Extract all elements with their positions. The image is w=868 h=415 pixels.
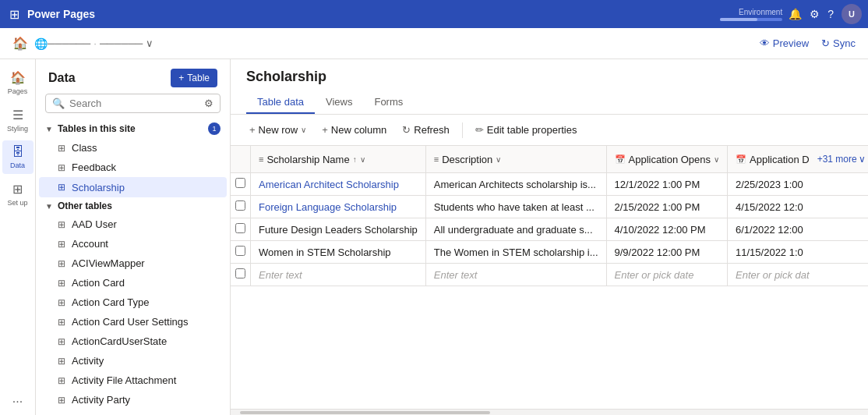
sidebar-item-class[interactable]: ⊞ Class <box>39 138 227 158</box>
description-col-label: Description <box>442 154 492 165</box>
edit-table-button[interactable]: ✏ Edit table properties <box>469 121 584 139</box>
row3-scholarship-name: Future Design Leaders Scholarship <box>251 218 426 241</box>
notifications-icon[interactable]: 🔔 <box>789 8 802 20</box>
more-cols-label: +31 more <box>817 154 857 165</box>
row4-scholarship-name-text: Women in STEM Scholarship <box>259 247 391 258</box>
rail-more-icon[interactable]: ··· <box>12 395 23 409</box>
more-columns-button[interactable]: +31 more ∨ <box>813 151 868 168</box>
sidebar-item-activity[interactable]: ⊞ Activity <box>39 351 227 371</box>
breadcrumb-sep: · <box>94 37 97 49</box>
new-row-label: New row <box>259 124 298 136</box>
th-scholarship-name[interactable]: ≡ Scholarship Name ↑ ∨ <box>251 146 426 173</box>
scholarship-name-filter-icon[interactable]: ∨ <box>360 155 365 164</box>
rail-item-data[interactable]: 🗄 Data <box>2 140 34 174</box>
breadcrumb-item1[interactable]: ────── <box>48 37 90 49</box>
breadcrumb-dropdown-icon[interactable]: ∨ <box>146 37 153 49</box>
sync-button[interactable]: ↻ Sync <box>821 37 856 49</box>
globe-icon[interactable]: 🌐 <box>34 37 48 50</box>
enter-text-scholarship: Enter text <box>259 269 302 281</box>
sidebar-item-scholarship[interactable]: ⊞ Scholarship ··· <box>39 177 227 197</box>
env-progress-bar <box>720 18 782 21</box>
icon-rail: 🏠 Pages ☰ Styling 🗄 Data ⊞ Set up ··· <box>0 59 36 415</box>
more-cols-chevron: ∨ <box>859 154 866 165</box>
styling-icon: ☰ <box>12 108 23 122</box>
empty-row-text2[interactable]: Enter text <box>425 264 606 286</box>
setup-icon: ⊞ <box>12 182 23 197</box>
rail-item-pages[interactable]: 🏠 Pages <box>2 66 34 100</box>
action-card-user-settings-icon: ⊞ <box>58 317 65 328</box>
row1-scholarship-name-link[interactable]: American Architect Scholarship <box>259 179 399 190</box>
row4-checkbox[interactable] <box>235 246 245 256</box>
row1-checkbox[interactable] <box>235 178 245 188</box>
search-input[interactable] <box>69 98 199 109</box>
waffle-icon[interactable]: ⊞ <box>6 4 23 25</box>
enter-date-opens: Enter or pick date <box>615 269 694 281</box>
add-table-button[interactable]: + Table <box>171 69 217 87</box>
scholarship-table-icon: ⊞ <box>58 182 65 193</box>
env-label: Environment <box>739 8 782 16</box>
home-icon[interactable]: 🏠 <box>12 36 28 51</box>
avatar[interactable]: U <box>842 4 862 24</box>
row1-checkbox-cell[interactable] <box>231 173 251 196</box>
new-row-button[interactable]: + New row ∨ <box>243 121 312 139</box>
tables-in-site-badge: 1 <box>208 122 221 135</box>
description-filter-icon[interactable]: ∨ <box>496 155 501 164</box>
refresh-label: Refresh <box>414 124 450 136</box>
sidebar-item-action-card-user-settings[interactable]: ⊞ Action Card User Settings <box>39 312 227 332</box>
row1-description: American Architects scholarship is... <box>425 173 606 196</box>
th-application-d[interactable]: 📅 Application D +31 more ∨ + <box>728 146 868 173</box>
other-tables-header[interactable]: ▼ Other tables <box>36 197 230 215</box>
sidebar-item-activity-party[interactable]: ⊞ Activity Party <box>39 390 227 410</box>
th-application-opens[interactable]: 📅 Application Opens ∨ <box>606 146 728 173</box>
other-tables-title: Other tables <box>58 200 112 211</box>
empty-row-text1[interactable]: Enter text <box>251 264 426 286</box>
rail-item-setup[interactable]: ⊞ Set up <box>2 177 34 211</box>
horizontal-scrollbar[interactable] <box>231 409 868 415</box>
tables-in-site-header[interactable]: ▼ Tables in this site 1 <box>36 119 230 138</box>
application-opens-filter-icon[interactable]: ∨ <box>714 155 719 164</box>
new-column-button[interactable]: + New column <box>316 121 393 139</box>
enter-date-d: Enter or pick dat <box>736 269 810 281</box>
row4-application-d: 11/15/2022 1:0 <box>728 241 868 264</box>
preview-button[interactable]: 👁 Preview <box>760 37 809 49</box>
row2-checkbox[interactable] <box>235 200 245 211</box>
edit-table-icon: ✏ <box>475 124 484 136</box>
sidebar-item-feedback[interactable]: ⊞ Feedback <box>39 158 227 177</box>
sidebar-item-actioncarduserstate[interactable]: ⊞ ActionCardUserState <box>39 332 227 351</box>
tab-forms[interactable]: Forms <box>363 91 414 114</box>
row2-scholarship-name-link[interactable]: Foreign Language Scholarship <box>259 201 397 213</box>
empty-row-checkbox[interactable] <box>235 268 245 278</box>
tab-table-data[interactable]: Table data <box>246 91 315 114</box>
refresh-button[interactable]: ↻ Refresh <box>396 121 456 139</box>
sidebar-item-activity-file-attachment[interactable]: ⊞ Activity File Attachment <box>39 371 227 390</box>
empty-row-date2[interactable]: Enter or pick dat <box>728 264 868 286</box>
filter-icon[interactable]: ⚙ <box>204 98 213 109</box>
sidebar-item-action-card[interactable]: ⊞ Action Card <box>39 273 227 293</box>
row3-checkbox-cell[interactable] <box>231 218 251 241</box>
sidebar-item-account[interactable]: ⊞ Account <box>39 234 227 254</box>
tab-views[interactable]: Views <box>315 91 363 114</box>
scholarship-name-sort-icon[interactable]: ↑ <box>353 155 357 164</box>
scrollbar-track[interactable] <box>240 411 490 414</box>
actioncarduserstate-icon: ⊞ <box>58 336 65 347</box>
class-table-icon: ⊞ <box>58 143 65 154</box>
row2-scholarship-name: Foreign Language Scholarship <box>251 196 426 218</box>
empty-row-date1[interactable]: Enter or pick date <box>606 264 728 286</box>
row2-checkbox-cell[interactable] <box>231 196 251 218</box>
breadcrumb-item2[interactable]: ────── <box>100 37 143 49</box>
settings-icon[interactable]: ⚙ <box>810 8 820 20</box>
sidebar-item-action-card-type[interactable]: ⊞ Action Card Type <box>39 293 227 312</box>
rail-item-styling[interactable]: ☰ Styling <box>2 103 34 137</box>
application-opens-col-label: Application Opens <box>629 154 711 165</box>
th-description[interactable]: ≡ Description ∨ <box>425 146 606 173</box>
page-title: Scholarship <box>246 69 852 85</box>
help-icon[interactable]: ? <box>827 8 834 20</box>
empty-row-checkbox-cell[interactable] <box>231 264 251 286</box>
row4-checkbox-cell[interactable] <box>231 241 251 264</box>
sidebar-item-aad-user[interactable]: ⊞ AAD User <box>39 215 227 234</box>
sidebar-item-aciviewmapper[interactable]: ⊞ ACIViewMapper <box>39 254 227 273</box>
row3-checkbox[interactable] <box>235 223 245 233</box>
tables-in-site-title: Tables in this site <box>58 123 136 134</box>
row3-application-d: 6/1/2022 12:00 <box>728 218 868 241</box>
table-row: Foreign Language Scholarship Students wh… <box>231 196 868 218</box>
